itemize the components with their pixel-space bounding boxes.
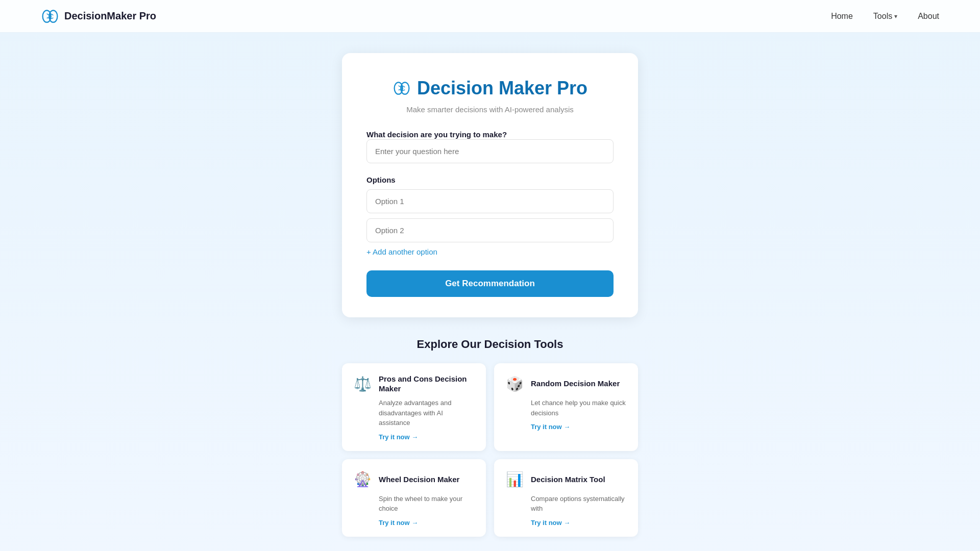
brand-name-text: DecisionMaker Pro [64,10,156,22]
explore-section: Explore Our Decision Tools ⚖️ Pros and C… [342,338,638,537]
tool-card-header-wheel: 🎡 Wheel Decision Maker [352,469,476,490]
tools-grid: ⚖️ Pros and Cons Decision Maker Analyze … [342,363,638,537]
tool-card-pros-cons[interactable]: ⚖️ Pros and Cons Decision Maker Analyze … [342,363,486,451]
add-option-label: + Add another option [366,247,437,256]
chevron-down-icon: ▾ [894,13,897,20]
pros-cons-name: Pros and Cons Decision Maker [379,374,476,394]
tool-card-wheel[interactable]: 🎡 Wheel Decision Maker Spin the wheel to… [342,459,486,537]
nav-about[interactable]: About [918,12,939,21]
pros-cons-description: Analyze advantages and disadvantages wit… [352,398,476,428]
tool-card-header-pros-cons: ⚖️ Pros and Cons Decision Maker [352,373,476,394]
matrix-icon: 📊 [504,469,525,490]
nav-tools-label: Tools [873,12,892,21]
random-link[interactable]: Try it now → [504,423,628,431]
explore-title: Explore Our Decision Tools [342,338,638,351]
add-option-button[interactable]: + Add another option [366,247,437,256]
options-label: Options [366,176,614,184]
matrix-name: Decision Matrix Tool [531,474,605,485]
main-content: Decision Maker Pro Make smarter decision… [0,33,980,551]
tool-card-random[interactable]: 🎲 Random Decision Maker Let chance help … [494,363,638,451]
random-description: Let chance help you make quick decisions [504,398,628,418]
random-name: Random Decision Maker [531,379,620,389]
tool-card-matrix[interactable]: 📊 Decision Matrix Tool Compare options s… [494,459,638,537]
option-2-input[interactable] [366,218,614,242]
question-label: What decision are you trying to make? [366,130,507,139]
brand-logo[interactable]: DecisionMaker Pro [41,7,156,26]
matrix-link[interactable]: Try it now → [504,519,628,527]
hero-subtitle: Make smarter decisions with AI-powered a… [366,105,614,114]
wheel-link[interactable]: Try it now → [352,519,476,527]
hero-brain-icon [393,79,411,97]
tool-card-header-random: 🎲 Random Decision Maker [504,373,628,394]
nav-home[interactable]: Home [831,12,853,21]
wheel-name: Wheel Decision Maker [379,474,459,485]
brain-icon [41,7,59,26]
get-recommendation-button[interactable]: Get Recommendation [366,270,614,297]
pros-cons-link[interactable]: Try it now → [352,433,476,441]
tool-card-header-matrix: 📊 Decision Matrix Tool [504,469,628,490]
pros-cons-icon: ⚖️ [352,373,373,394]
matrix-description: Compare options systematically with [504,494,628,514]
random-icon: 🎲 [504,373,525,394]
question-input[interactable] [366,139,614,163]
wheel-description: Spin the wheel to make your choice [352,494,476,514]
nav-tools[interactable]: Tools ▾ [873,12,897,21]
hero-card: Decision Maker Pro Make smarter decision… [342,53,638,317]
option-1-input[interactable] [366,189,614,213]
navbar-links: Home Tools ▾ About [831,12,939,21]
wheel-icon: 🎡 [352,469,373,490]
navbar: DecisionMaker Pro Home Tools ▾ About [0,0,980,33]
hero-title: Decision Maker Pro [366,78,614,99]
